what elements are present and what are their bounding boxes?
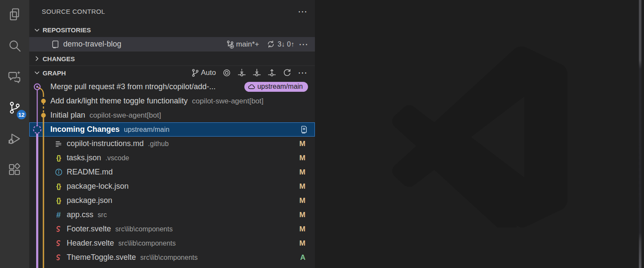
- branch-name: main*+: [236, 40, 259, 49]
- commit-author: copilot-swe-agent[bot]: [192, 97, 263, 106]
- vscode-logo-watermark: [388, 47, 569, 229]
- branch-indicator[interactable]: main*+: [226, 40, 259, 49]
- ellipsis-icon: ⋯: [298, 68, 307, 78]
- file-row[interactable]: ThemeToggle.svelte src\lib\components A: [29, 250, 315, 265]
- status-badge: M: [299, 211, 305, 219]
- commit-row[interactable]: Add dark/light theme toggle functionalit…: [29, 94, 315, 108]
- file-name: app.css: [67, 210, 93, 219]
- diff-multiple-icon[interactable]: [299, 125, 308, 134]
- activity-item-explorer[interactable]: [0, 0, 29, 31]
- activity-item-source-control[interactable]: 12: [0, 93, 29, 124]
- ellipsis-icon: ⋯: [298, 7, 307, 16]
- section-changes-label: CHANGES: [43, 55, 75, 62]
- status-badge: M: [299, 182, 305, 191]
- section-graph-label: GRAPH: [43, 69, 66, 77]
- sync-push-count: 0↑: [287, 41, 294, 48]
- repository-row[interactable]: demo-travel-blog main*+ 3↓ 0↑ ⋯: [29, 37, 315, 51]
- section-repositories-header[interactable]: REPOSITORIES: [29, 23, 315, 37]
- graph-ref-picker[interactable]: Auto: [191, 69, 216, 77]
- status-badge: M: [299, 196, 305, 205]
- chat-sparkle-icon: [7, 69, 22, 86]
- graph-body: Merge pull request #3 from ntrogh/copilo…: [29, 80, 315, 265]
- sync-button[interactable]: 3↓ 0↑: [267, 40, 294, 49]
- source-control-sidebar: SOURCE CONTROL ⋯ REPOSITORIES demo-trave…: [29, 0, 315, 268]
- file-row[interactable]: {} package-lock.json M: [29, 179, 315, 193]
- file-name: tasks.json: [67, 153, 101, 162]
- file-row[interactable]: README.md M: [29, 165, 315, 179]
- file-path: src\lib\components: [115, 225, 173, 233]
- file-row[interactable]: {} package.json M: [29, 193, 315, 208]
- pane-title: SOURCE CONTROL: [42, 8, 298, 15]
- status-badge: M: [299, 140, 305, 148]
- file-path: src\lib\components: [140, 254, 197, 262]
- file-path: .github: [148, 140, 169, 148]
- section-graph-header[interactable]: GRAPH Auto: [29, 65, 315, 80]
- file-row[interactable]: Footer.svelte src\lib\components M: [29, 222, 315, 236]
- file-path: src: [98, 211, 107, 219]
- ellipsis-icon: ⋯: [299, 40, 308, 49]
- json-icon: {}: [54, 154, 63, 162]
- push-icon[interactable]: [268, 69, 276, 77]
- editor-area: [315, 0, 641, 268]
- git-branch-icon: [191, 69, 200, 77]
- window-edge: [639, 0, 641, 268]
- sync-pull-count: 3↓: [277, 41, 285, 48]
- commit-row[interactable]: Initial plan copilot-swe-agent[bot]: [29, 108, 315, 122]
- commit-ref: upstream/main: [124, 126, 169, 134]
- debug-icon: [7, 131, 22, 148]
- file-row[interactable]: {} tasks.json .vscode M: [29, 151, 315, 165]
- activity-item-run-debug[interactable]: [0, 124, 29, 155]
- pane-header: SOURCE CONTROL ⋯: [29, 0, 315, 23]
- repo-more-button[interactable]: ⋯: [299, 40, 308, 49]
- file-name: Footer.svelte: [67, 224, 111, 234]
- vscode-window: 12 SOURCE CONTROL ⋯ REPOSITORIES demo: [0, 0, 644, 268]
- activity-item-extensions[interactable]: [0, 155, 29, 186]
- svelte-icon: [54, 239, 63, 248]
- file-row[interactable]: copilot-instructions.md .github M: [29, 137, 315, 151]
- graph-more-button[interactable]: ⋯: [298, 68, 307, 78]
- activity-item-chat[interactable]: [0, 62, 29, 93]
- extensions-icon: [7, 162, 22, 179]
- svelte-icon: [54, 253, 63, 262]
- status-badge: M: [299, 239, 305, 248]
- commit-row-incoming-changes[interactable]: Incoming Changes upstream/main: [29, 122, 315, 137]
- file-name: copilot-instructions.md: [67, 139, 144, 148]
- file-path: .vscode: [105, 154, 129, 162]
- status-badge: M: [299, 154, 305, 162]
- status-badge: M: [299, 225, 305, 234]
- status-badge: A: [300, 253, 305, 262]
- chevron-down-icon: [34, 69, 40, 76]
- commit-message: Add dark/light theme toggle functionalit…: [50, 97, 188, 106]
- pane-more-button[interactable]: ⋯: [298, 7, 307, 16]
- svelte-icon: [54, 225, 63, 234]
- commit-message: Incoming Changes: [50, 125, 120, 134]
- chevron-right-icon: [34, 55, 40, 62]
- commit-message: Merge pull request #3 from ntrogh/copilo…: [50, 82, 216, 91]
- target-icon[interactable]: [222, 69, 231, 77]
- info-icon: [54, 168, 63, 177]
- sync-icon: [267, 40, 275, 49]
- commit-message: Initial plan: [50, 111, 85, 120]
- repo-name: demo-travel-blog: [63, 40, 121, 49]
- refresh-icon[interactable]: [283, 69, 291, 77]
- fetch-icon[interactable]: [237, 69, 246, 77]
- file-name: package-lock.json: [67, 182, 129, 191]
- file-name: ThemeToggle.svelte: [67, 253, 136, 262]
- file-name: Header.svelte: [67, 239, 114, 248]
- commit-author: copilot-swe-agent[bot]: [89, 111, 161, 120]
- file-name: package.json: [67, 196, 112, 205]
- ref-badge[interactable]: upstream/main: [244, 82, 308, 92]
- section-changes-header[interactable]: CHANGES: [29, 51, 315, 65]
- repo-actions: main*+ 3↓ 0↑ ⋯: [226, 40, 308, 49]
- status-badge: M: [299, 168, 305, 177]
- file-row[interactable]: Header.svelte src\lib\components M: [29, 236, 315, 250]
- markdown-icon: [54, 140, 63, 148]
- activity-item-search[interactable]: [0, 31, 29, 62]
- commit-row[interactable]: Merge pull request #3 from ntrogh/copilo…: [29, 80, 315, 94]
- git-branch-plus-icon: [226, 40, 234, 49]
- graph-toolbar: Auto ⋯: [191, 68, 315, 78]
- file-path: src\lib\components: [118, 240, 176, 247]
- pull-icon[interactable]: [253, 69, 261, 77]
- file-row[interactable]: # app.css src M: [29, 208, 315, 222]
- file-name: README.md: [67, 168, 113, 177]
